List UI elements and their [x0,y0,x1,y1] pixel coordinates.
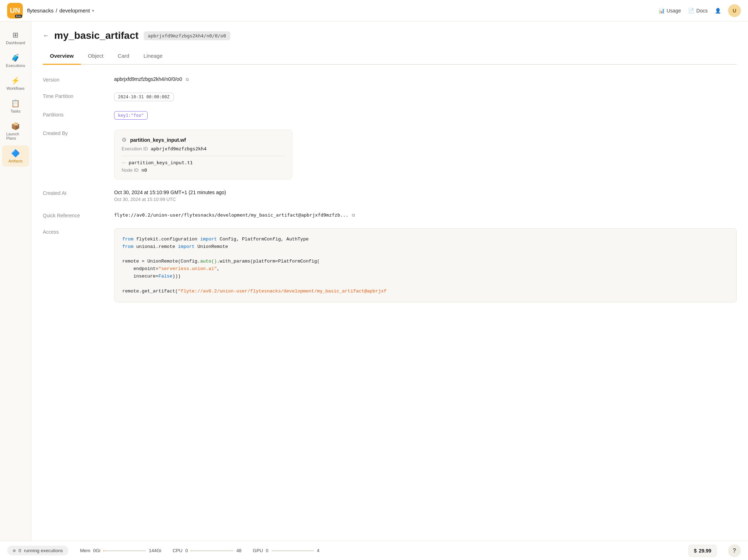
quick-reference-label: Quick Reference [43,212,114,218]
logo: UN Beta [7,3,23,19]
created-at-value: Oct 30, 2024 at 15:10:99 GMT+1 (21 minut… [114,190,737,202]
tabs: Overview Object Card Lineage [43,48,737,65]
docs-icon: 📄 [688,8,694,14]
quick-reference-value: flyte://av0.2/union-user/flytesnacks/dev… [114,212,737,218]
time-partition-badge: 2024-10-31 00:00:00Z [114,93,174,101]
access-value: from flytekit.configuration import Confi… [114,228,737,302]
cpu-bar-fill [191,550,191,551]
project-name: flytesnacks [27,7,53,14]
node-id-label: Node ID [122,167,139,173]
page-wrapper: ← my_basic_artifact apbrjxfd9mzfzbgs2kh4… [31,21,748,541]
created-at-secondary: Oct 30, 2024 at 15:10:99 UTC [114,197,737,202]
cost-badge: $ 29.99 [688,545,717,557]
page-title: my_basic_artifact [54,30,139,41]
usage-button[interactable]: 📊 Usage [659,8,681,14]
sidebar-item-label: Dashboard [6,41,25,45]
workflow-name: partition_keys_input.wf [130,137,186,143]
time-partition-row: Time Partition 2024-10-31 00:00:00Z [43,93,737,101]
access-label: Access [43,228,114,235]
mem-resource: Mem 0Gi 144Gi [80,548,161,553]
sidebar-item-label: Tasks [10,109,20,113]
dashboard-icon: ⊞ [12,31,19,39]
sidebar: ⊞ Dashboard 🧳 Executions ⚡ Workflows 📋 T… [0,21,31,541]
sidebar-item-label: Executions [6,63,25,68]
created-by-card: ⚙ partition_keys_input.wf Execution ID a… [114,130,292,180]
access-code-block: from flytekit.configuration import Confi… [114,228,737,302]
sidebar-item-label: Artifacts [9,159,23,163]
cpu-resource: CPU 0 48 [173,548,241,553]
tab-lineage[interactable]: Lineage [137,48,170,65]
running-executions: 0 running executions [7,546,68,555]
gpu-used: 0 [266,548,268,553]
cpu-label: CPU [173,548,182,553]
settings-button[interactable]: 👤 [715,8,721,14]
version-label: Version [43,76,114,83]
version-row: Version apbrjxfd9mzfzbgs2kh4/n0/0/o0 ⧉ [43,76,737,83]
topnav: UN Beta flytesnacks / development ▾ 📊 Us… [0,0,748,21]
sidebar-item-tasks[interactable]: 📋 Tasks [2,95,29,117]
quick-reference-text: flyte://av0.2/union-user/flytesnacks/dev… [114,212,348,218]
project-selector[interactable]: flytesnacks / development ▾ [27,7,94,14]
help-button[interactable]: ? [728,544,741,557]
env-name: development [59,7,90,14]
access-row: Access from flytekit.configuration impor… [43,228,737,302]
mem-label: Mem [80,548,90,553]
sidebar-item-executions[interactable]: 🧳 Executions [2,50,29,71]
avatar[interactable]: U [728,4,741,17]
sidebar-item-launch-plans[interactable]: 📦 Launch Plans [2,118,29,144]
gpu-total: 4 [317,548,319,553]
cpu-bar-bg [191,550,234,551]
page-header: ← my_basic_artifact apbrjxfd9mzfzbgs2kh4… [31,21,748,65]
running-label: running executions [24,548,63,553]
overview-content: Version apbrjxfd9mzfzbgs2kh4/n0/0/o0 ⧉ T… [31,65,748,324]
running-count: 0 [19,548,21,553]
cpu-used: 0 [185,548,188,553]
partitions-label: Partitions [43,111,114,118]
mem-bar-fill [103,550,104,551]
docs-button[interactable]: 📄 Docs [688,8,708,14]
execution-id-value: apbrjxfd9mzfzbgs2kh4 [151,146,207,151]
created-at-row: Created At Oct 30, 2024 at 15:10:99 GMT+… [43,190,737,202]
bar-chart-icon: 📊 [659,8,665,14]
sidebar-item-workflows[interactable]: ⚡ Workflows [2,73,29,94]
cost-value: 29.99 [699,548,711,554]
person-icon: 👤 [715,8,721,14]
sidebar-item-label: Launch Plans [6,132,25,140]
partitions-value: key1:"foo" [114,111,737,120]
separator: / [56,7,57,14]
partition-badge: key1:"foo" [114,111,148,120]
gpu-bar-bg [271,550,314,551]
tab-object[interactable]: Object [81,48,111,65]
status-dot [13,549,16,552]
partitions-row: Partitions key1:"foo" [43,111,737,120]
tab-card[interactable]: Card [111,48,137,65]
copy-qr-icon[interactable]: ⧉ [352,213,355,218]
launch-plans-icon: 📦 [11,122,20,130]
created-at-label: Created At [43,190,114,196]
created-by-label: Created By [43,130,114,136]
mem-used: 0Gi [93,548,100,553]
copy-version-icon[interactable]: ⧉ [186,77,189,82]
version-badge: apbrjxfd9mzfzbgs2kh4/n0/0/o0 [144,31,230,40]
created-by-value: ⚙ partition_keys_input.wf Execution ID a… [114,130,737,180]
time-partition-value: 2024-10-31 00:00:00Z [114,93,737,101]
tab-overview[interactable]: Overview [43,48,81,65]
logo-text: UN [10,6,20,15]
card-divider [122,156,285,156]
sidebar-item-label: Workflows [6,86,25,90]
cpu-total: 48 [236,548,241,553]
workflow-icon: ⚙ [122,136,127,143]
mem-bar-bg [103,550,146,551]
sidebar-item-dashboard[interactable]: ⊞ Dashboard [2,27,29,48]
created-by-row: Created By ⚙ partition_keys_input.wf Exe… [43,130,737,180]
workflows-icon: ⚡ [11,76,20,85]
logo-beta: Beta [15,15,22,18]
status-bar: 0 running executions Mem 0Gi 144Gi CPU 0… [0,541,748,560]
tasks-icon: 📋 [11,99,20,108]
sidebar-item-artifacts[interactable]: 🔷 Artifacts [2,145,29,167]
chevron-down-icon: ▾ [92,8,94,13]
back-button[interactable]: ← [43,32,49,40]
gpu-resource: GPU 0 4 [253,548,319,553]
mem-total: 144Gi [149,548,162,553]
node-name-value: partition_keys_input.t1 [129,160,193,165]
